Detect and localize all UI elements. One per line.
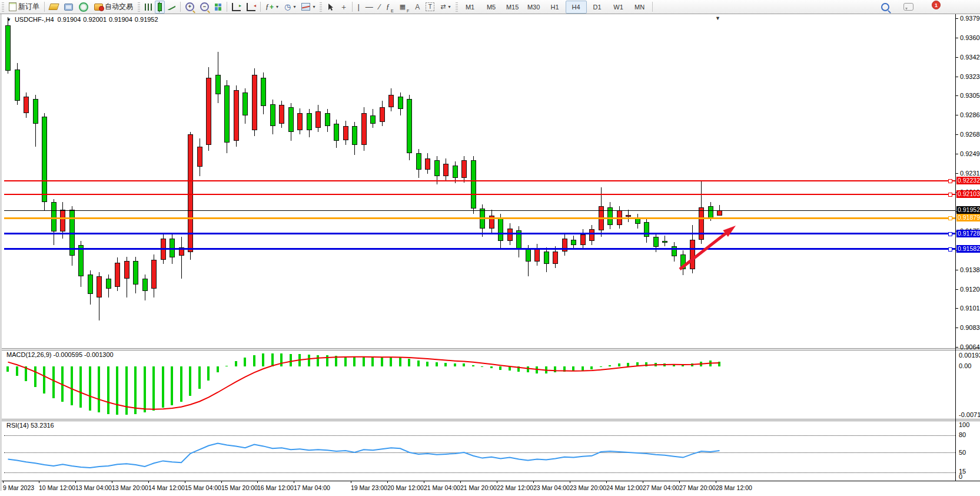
level-line[interactable]: [4, 194, 955, 195]
level-line[interactable]: [4, 248, 955, 250]
time-label: 17 Mar 04:00: [294, 484, 330, 491]
fibonacci-button[interactable]: ƒE: [383, 1, 397, 14]
auto-trading-label: 自动交易: [105, 2, 133, 12]
price-tick-mark: [955, 347, 958, 348]
text-label-button[interactable]: T: [423, 1, 437, 14]
market-watch-button[interactable]: [46, 1, 61, 14]
macd-histogram-bar: [527, 366, 529, 372]
cursor-icon: [327, 3, 334, 11]
new-order-button[interactable]: 新订单: [6, 1, 42, 14]
notifications-button[interactable]: [901, 1, 916, 14]
channel-button[interactable]: ▦F: [397, 1, 413, 14]
level-line-handle[interactable]: [948, 193, 952, 197]
clock-icon: ◷: [284, 3, 291, 11]
terminal-button[interactable]: [61, 1, 76, 14]
templates-button[interactable]: ▾: [298, 1, 318, 14]
candle: [334, 124, 339, 140]
zoom-in-button[interactable]: +: [182, 1, 197, 14]
macd-panel-separator[interactable]: [2, 348, 980, 350]
candle: [206, 78, 211, 145]
zoom-out-button[interactable]: −: [197, 1, 212, 14]
indicators-button[interactable]: ƒ+ ▾: [263, 1, 281, 14]
timeframe-m5[interactable]: M5: [481, 1, 502, 14]
macd-histogram-bar: [317, 355, 319, 367]
macd-histogram-bar: [6, 366, 9, 372]
auto-trading-icon: [94, 4, 103, 11]
horizontal-line-button[interactable]: —: [363, 1, 376, 14]
price-tick-mark: [955, 77, 958, 77]
vertical-line-button[interactable]: |: [354, 1, 362, 14]
toolbar-separator: [44, 2, 45, 12]
candle: [261, 78, 266, 106]
macd-histogram-bar: [308, 355, 310, 366]
crosshair-button[interactable]: ＋: [337, 1, 350, 14]
level-line-handle[interactable]: [948, 179, 952, 183]
rsi-axis-80: 80: [959, 431, 966, 438]
time-tick-mark: [387, 481, 388, 483]
chart-info-line: ▼ USDCHF-,H4 0.91904 0.92001 0.91904 0.9…: [6, 16, 158, 23]
arrows-button[interactable]: ⇄ ▾: [437, 1, 453, 14]
timeframe-m1[interactable]: M1: [460, 1, 481, 14]
time-tick-mark: [75, 481, 76, 483]
timeframe-h1[interactable]: H1: [544, 1, 566, 14]
signals-button[interactable]: [76, 1, 91, 14]
level-line-handle[interactable]: [948, 247, 952, 252]
time-tick-mark: [185, 481, 185, 483]
price-level-badge: 0.92232: [956, 177, 980, 184]
level-line-handle[interactable]: [948, 216, 952, 220]
candle: [142, 279, 148, 291]
text-button[interactable]: A: [412, 1, 423, 14]
time-label: 13 Mar 04:00: [75, 484, 112, 491]
search-button[interactable]: [878, 1, 892, 14]
trendline-button[interactable]: ∕: [376, 1, 383, 14]
level-line[interactable]: [4, 180, 955, 181]
auto-trading-button[interactable]: 自动交易: [91, 1, 136, 14]
macd-histogram-bar: [152, 366, 155, 411]
time-label: 14 Mar 12:00: [148, 484, 185, 491]
macd-histogram-bar: [454, 363, 456, 366]
macd-histogram-bar: [691, 363, 693, 366]
timeframe-m15[interactable]: M15: [502, 1, 523, 14]
signal-icon: [79, 2, 88, 12]
time-tick-mark: [424, 481, 424, 483]
macd-histogram-bar: [71, 366, 73, 405]
tile-windows-button[interactable]: [212, 1, 225, 14]
price-tick-label: 0.93605: [960, 34, 980, 41]
macd-histogram-bar: [235, 361, 237, 366]
timeframe-h4[interactable]: H4: [566, 1, 587, 14]
candle: [425, 158, 430, 170]
time-tick-mark: [294, 481, 294, 483]
level-line[interactable]: [4, 233, 955, 234]
periods-button[interactable]: ◷ ▾: [281, 1, 298, 14]
timeframe-w1[interactable]: W1: [608, 1, 629, 14]
main-toolbar: 新订单 自动交易 + −: [0, 0, 980, 14]
candlestick-chart-button[interactable]: [155, 1, 165, 14]
price-tick-mark: [955, 95, 958, 96]
template-icon: [301, 3, 310, 11]
macd-histogram-bar: [490, 366, 493, 368]
macd-axis-zero: 0.00: [959, 362, 971, 369]
line-chart-button[interactable]: [165, 1, 178, 14]
time-label: 21 Mar 04:00: [424, 484, 460, 491]
time-label: 28 Mar 12:00: [716, 484, 752, 491]
level-line[interactable]: [4, 217, 955, 219]
annotation-arrow-head[interactable]: [723, 226, 736, 237]
candle: [571, 240, 576, 245]
chart-shift-marker[interactable]: ▼: [715, 15, 720, 21]
line-chart-icon: [168, 4, 175, 10]
timeframe-m30[interactable]: M30: [523, 1, 544, 14]
chart-shift-button[interactable]: [244, 1, 258, 14]
bar-chart-button[interactable]: [142, 1, 155, 14]
price-tick-mark: [955, 173, 958, 174]
level-line[interactable]: [4, 210, 955, 211]
chart-window[interactable]: ▼ USDCHF-,H4 0.91904 0.92001 0.91904 0.9…: [0, 14, 980, 491]
timeframe-mn[interactable]: MN: [629, 1, 650, 14]
rsi-level-line: [4, 472, 955, 473]
level-line-handle[interactable]: [948, 232, 952, 236]
rsi-panel-separator[interactable]: [2, 419, 980, 421]
candle: [307, 113, 312, 130]
auto-scroll-button[interactable]: [229, 1, 244, 14]
cursor-button[interactable]: [324, 1, 337, 14]
timeframe-d1[interactable]: D1: [587, 1, 608, 14]
macd-histogram-bar: [363, 357, 365, 366]
